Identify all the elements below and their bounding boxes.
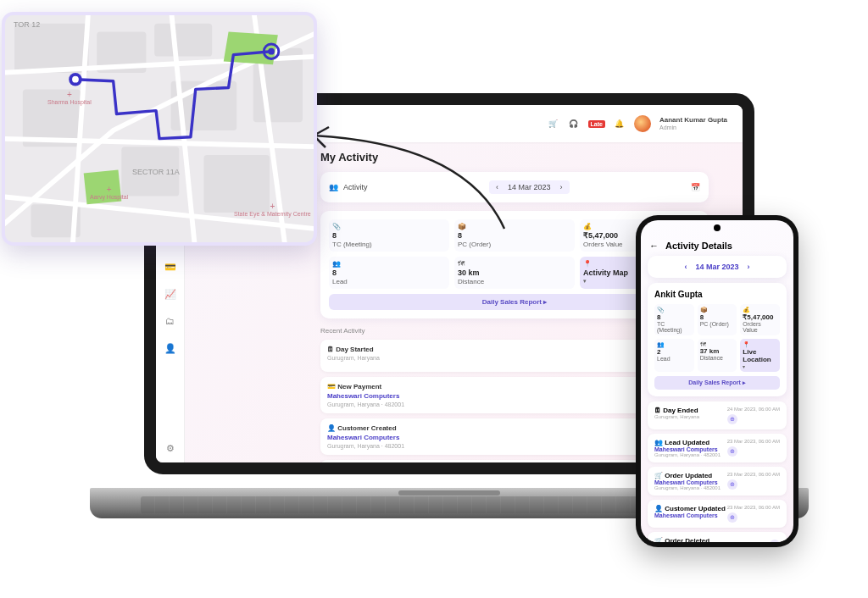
map-poi-hospital-1: Sharma Hospital <box>47 90 92 105</box>
phone-stats-card: Ankit Gupta 📎8TC (Meeting) 📦8PC (Order) … <box>648 283 787 396</box>
phone-statusbar <box>641 220 793 235</box>
stat-pc-order: 📦 8PC (Order) <box>454 219 575 252</box>
activity-location: Gurugram, Haryana · 482001 <box>327 443 404 449</box>
stat-tc-meeting: 📎 8TC (Meeting) <box>329 219 449 252</box>
phone-header: ← Activity Details <box>641 235 793 256</box>
date-picker[interactable]: ‹ 14 Mar 2023 › <box>489 180 570 194</box>
date-value: 14 Mar 2023 <box>508 183 551 191</box>
activity-title: 🗓 Day Started <box>327 346 380 353</box>
tab-activity[interactable]: 👥 Activity <box>329 183 368 191</box>
location-pin-icon[interactable]: ⊕ <box>727 446 737 457</box>
svg-point-13 <box>72 76 79 83</box>
page-title: My Activity <box>320 151 709 163</box>
cart-icon[interactable]: 🛒 <box>548 118 559 130</box>
phone-date-card: ‹ 14 Mar 2023 › <box>648 256 787 278</box>
map-card[interactable]: TOR 12 SECTOR 11A Sharma Hospital Aarvy … <box>2 12 317 246</box>
ph-daily-report-button[interactable]: Daily Sales Report ▸ <box>654 376 780 390</box>
activity-title: 🛒 Order Updated <box>654 472 721 479</box>
activity-timestamp: 23 Mar 2023, 06:00 AM <box>727 505 780 510</box>
activity-title: 🗓 Day Ended <box>654 407 699 414</box>
activity-location: Gurugram, Haryana <box>327 355 380 361</box>
activity-location: Gurugram, Haryana <box>654 414 699 419</box>
map-poi-hospital-3: State Eye & Maternity Centre <box>234 202 311 217</box>
user-block[interactable]: Aanant Kumar Gupta Admin <box>659 117 727 130</box>
settings-icon[interactable]: ⚙ <box>164 442 176 454</box>
location-pin-icon[interactable]: ⊕ <box>770 540 780 542</box>
activity-title: 🛒 Order Deleted <box>654 537 709 542</box>
activity-location: Gurugram, Haryana · 482001 <box>654 452 721 457</box>
activity-timestamp: 23 Mar 2023, 06:00 AM <box>727 472 780 477</box>
phone-user: Ankit Gupta <box>654 290 780 299</box>
user-role: Admin <box>659 125 676 131</box>
user-name: Aanant Kumar Gupta <box>659 117 727 125</box>
activity-title: 👤 Customer Updated <box>654 505 726 512</box>
back-icon[interactable]: ← <box>649 241 659 251</box>
sidebar-item-users[interactable]: 👤 <box>164 342 176 354</box>
activity-item[interactable]: 👥 Lead UpdatedMaheswari ComputersGurugra… <box>648 434 787 462</box>
phone-device: ← Activity Details ‹ 14 Mar 2023 › Ankit… <box>636 215 798 547</box>
sidebar-item-payments[interactable]: 💳 <box>164 261 176 273</box>
sidebar-item-reports[interactable]: 📈 <box>164 288 176 300</box>
ph-stat-tc: 📎8TC (Meeting) <box>654 304 694 335</box>
activity-subject: Maheswari Computers <box>654 446 721 452</box>
sidebar-item-catalog[interactable]: 🗂 <box>164 315 176 327</box>
activity-item[interactable]: 🛒 Order Deleted⊕ <box>648 532 787 542</box>
avatar[interactable] <box>634 115 651 132</box>
activity-title: 💳 New Payment <box>327 383 404 390</box>
late-badge: Late <box>588 120 605 128</box>
activity-timestamp: 24 Mar 2023, 06:00 AM <box>727 407 780 412</box>
activity-location: Gurugram, Haryana · 482001 <box>327 401 404 407</box>
activity-subject: Maheswari Computers <box>654 479 721 485</box>
map-sector-label-2: SECTOR 11A <box>132 168 180 176</box>
bell-icon[interactable]: 🔔 <box>614 118 626 130</box>
activity-item[interactable]: 👤 Customer UpdatedMaheswari Computers23 … <box>648 500 787 528</box>
ph-live-location[interactable]: 📍Live Location▾ <box>740 339 780 372</box>
ph-stat-value: 💰₹5,47,000Orders Value <box>740 304 780 335</box>
tab-label: Activity <box>343 183 368 191</box>
stat-lead: 👥 8Lead <box>329 257 449 289</box>
location-pin-icon[interactable]: ⊕ <box>727 414 737 424</box>
location-pin-icon[interactable]: ⊕ <box>727 512 737 523</box>
svg-rect-3 <box>154 24 212 57</box>
activity-timestamp: 23 Mar 2023, 06:00 AM <box>727 439 780 444</box>
svg-point-15 <box>268 48 275 55</box>
support-icon[interactable]: 🎧 <box>568 118 580 130</box>
map-sector-label-1: TOR 12 <box>14 20 40 29</box>
activity-location: Gurugram, Haryana · 482001 <box>654 485 721 490</box>
stat-distance: 🗺 30 kmDistance <box>454 257 575 289</box>
activity-title: 👥 Lead Updated <box>654 439 721 446</box>
filter-card: 👥 Activity ‹ 14 Mar 2023 › 📅 <box>320 172 709 202</box>
phone-title: Activity Details <box>665 241 732 251</box>
ph-stat-lead: 👥2Lead <box>654 339 694 372</box>
calendar-icon[interactable]: 📅 <box>691 183 700 191</box>
activity-item[interactable]: 🗓 Day EndedGurugram, Haryana24 Mar 2023,… <box>648 401 787 429</box>
activity-subject: Maheswari Computers <box>327 392 404 400</box>
activity-item[interactable]: 🛒 Order UpdatedMaheswari ComputersGurugr… <box>648 467 787 496</box>
activity-title: 👤 Customer Created <box>327 424 404 432</box>
map-poi-hospital-2: Aarvy Hospital <box>90 185 128 200</box>
ph-stat-pc: 📦8PC (Order) <box>698 304 737 335</box>
activity-subject: Maheswari Computers <box>327 434 404 441</box>
phone-camera-icon <box>714 224 721 231</box>
activity-subject: Maheswari Computers <box>654 512 726 518</box>
location-pin-icon[interactable]: ⊕ <box>727 479 737 490</box>
svg-rect-1 <box>14 24 88 73</box>
phone-date-picker[interactable]: ‹ 14 Mar 2023 › <box>654 263 780 271</box>
phone-screen: ← Activity Details ‹ 14 Mar 2023 › Ankit… <box>641 220 793 542</box>
ph-stat-dist: 🗺37 kmDistance <box>698 339 737 372</box>
